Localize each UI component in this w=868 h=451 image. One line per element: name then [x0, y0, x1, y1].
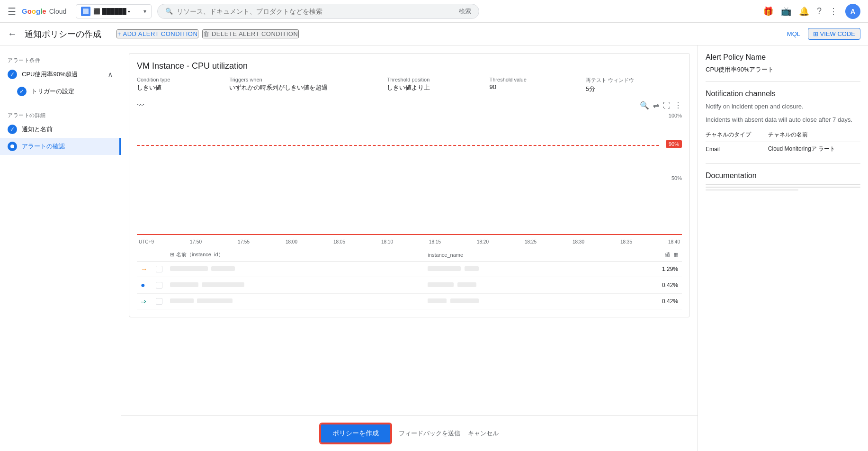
gift-icon[interactable]: 🎁: [763, 6, 773, 17]
notification-channels-title: Notification channels: [706, 90, 860, 98]
timeline-label-1825: 18:25: [525, 239, 537, 244]
row1-checkbox-cell: [152, 262, 166, 277]
chart-section: VM Instance - CPU utilization Condition …: [129, 53, 690, 317]
meta-retest-window-label: 再テスト ウィンドウ: [586, 77, 682, 84]
view-code-button[interactable]: ⊞ VIEW CODE: [808, 28, 860, 40]
row1-name-blur: [170, 266, 208, 271]
avatar[interactable]: A: [845, 4, 860, 19]
chart-line-icon[interactable]: 〰: [137, 101, 144, 110]
row1-checkbox[interactable]: [156, 266, 162, 272]
chart-container: 100% 90% 50% UTC+9 17:50 17:55 18:00 18:…: [137, 112, 682, 244]
row3-arrow: ⇒: [137, 294, 152, 309]
notif-table-row: Email Cloud Monitoringア ラート: [706, 142, 860, 156]
meta-threshold-value-label: Threshold value: [490, 77, 574, 82]
doc-line-2: [706, 187, 860, 188]
meta-retest-window-value: 5分: [586, 85, 682, 93]
logo-cloud-text: Cloud: [49, 8, 67, 15]
meta-threshold-position: Threshold position しきい値より上: [387, 77, 478, 92]
help-icon[interactable]: ?: [817, 6, 822, 16]
sidebar-item-notification[interactable]: ✓ 通知と名前: [0, 121, 121, 138]
more-options-icon[interactable]: ⋮: [829, 6, 838, 17]
row3-name-blur: [170, 298, 194, 303]
sidebar-item-cpu-label: CPU使用率90%超過: [22, 70, 78, 79]
chart-more-icon[interactable]: ⋮: [674, 101, 682, 110]
hamburger-menu[interactable]: ☰: [8, 6, 16, 17]
search-button[interactable]: 検索: [459, 7, 471, 16]
row2-checkbox-cell: [152, 277, 166, 294]
notif-email-channel: Cloud Monitoringア ラート: [768, 142, 860, 156]
top-navigation: ☰ Google Cloud ⬛ ██████ ▪ ▾ 🔍 検索 🎁 📺 🔔 ?…: [0, 0, 868, 23]
table-row: → 1.29%: [137, 262, 682, 277]
sidebar-sub-item-trigger[interactable]: ✓ トリガーの設定: [0, 83, 121, 100]
cancel-link[interactable]: キャンセル: [468, 429, 499, 438]
table-row: ● 0.42%: [137, 277, 682, 294]
row2-checkbox[interactable]: [156, 282, 162, 289]
meta-triggers-when: Triggers when いずれかの時系列がしきい値を超過: [229, 77, 376, 92]
doc-line-1: [706, 184, 860, 185]
timeline-line: [137, 234, 682, 235]
meta-retest-window: 再テスト ウィンドウ 5分: [586, 77, 682, 93]
meta-threshold-position-value: しきい値より上: [387, 83, 478, 92]
sub-header: ← 通知ポリシーの作成 + ADD ALERT CONDITION 🗑 DELE…: [0, 23, 868, 45]
sidebar-item-alert-review[interactable]: アラートの確認: [0, 138, 121, 155]
timeline-label-1840: 18:40: [668, 239, 680, 244]
alert-policy-name-title: Alert Policy Name: [706, 53, 860, 62]
content-area: VM Instance - CPU utilization Condition …: [121, 45, 698, 451]
chart-layers-icon[interactable]: ⇌: [653, 101, 659, 110]
row2-inst-blur2: [457, 282, 476, 287]
orange-arrow-icon: →: [141, 265, 147, 273]
col-header-instance-name: instance_name: [424, 248, 607, 262]
bar-chart-icon[interactable]: ▦: [673, 252, 678, 257]
col-header-checkbox: [152, 248, 166, 262]
timeline-container: UTC+9 17:50 17:55 18:00 18:05 18:10 18:1…: [137, 226, 682, 244]
feedback-link[interactable]: フィードバックを送信: [399, 429, 460, 438]
chart-search-icon[interactable]: 🔍: [640, 101, 649, 110]
row1-arrow: →: [137, 262, 152, 277]
notification-icon[interactable]: 🔔: [799, 6, 809, 17]
row3-inst-blur2: [450, 298, 479, 303]
timeline-label-utc: UTC+9: [139, 239, 154, 244]
monitor-icon[interactable]: 📺: [781, 6, 791, 17]
chart-toolbar-left: 〰: [137, 101, 144, 110]
timeline-labels: UTC+9 17:50 17:55 18:00 18:05 18:10 18:1…: [137, 239, 682, 244]
meta-condition-type-value: しきい値: [137, 83, 218, 92]
row1-inst-blur2: [465, 266, 479, 271]
chart-table: ⊞名前（instance_id） instance_name 値 ▦ →: [137, 248, 682, 309]
search-input[interactable]: [177, 8, 455, 15]
create-policy-button[interactable]: ポリシーを作成: [320, 424, 391, 443]
timeline-label-1820: 18:20: [477, 239, 489, 244]
sidebar: アラート条件 ✓ CPU使用率90%超過 ∧ ✓ トリガーの設定 アラートの詳細…: [0, 45, 121, 451]
right-panel-divider-1: [706, 81, 860, 82]
sidebar-item-cpu[interactable]: ✓ CPU使用率90%超過 ∧: [0, 66, 121, 83]
delete-alert-condition-button[interactable]: 🗑 DELETE ALERT CONDITION: [202, 29, 299, 38]
notif-table-col-name: チャネルの名前: [768, 128, 860, 142]
chart-fullscreen-icon[interactable]: ⛶: [663, 101, 671, 110]
right-panel-divider-2: [706, 163, 860, 164]
row2-name-blur: [170, 282, 198, 287]
meta-threshold-position-label: Threshold position: [387, 77, 478, 82]
add-alert-condition-button[interactable]: + ADD ALERT CONDITION: [116, 29, 198, 38]
col-header-type: [137, 248, 152, 262]
dot-inner: [10, 144, 14, 148]
row3-name: [166, 294, 424, 309]
check-icon: ✓: [8, 70, 17, 79]
back-button[interactable]: ←: [8, 28, 17, 39]
sidebar-alert-review-label: アラートの確認: [22, 142, 65, 151]
sidebar-notification-label: 通知と名前: [22, 125, 53, 134]
row2-name-blur2: [202, 282, 244, 287]
row3-checkbox[interactable]: [156, 298, 162, 305]
row2-arrow: ●: [137, 277, 152, 294]
project-selector[interactable]: ⬛ ██████ ▪ ▾: [76, 4, 152, 18]
col-header-instance-id: ⊞名前（instance_id）: [166, 248, 424, 262]
sidebar-alert-conditions-title: アラート条件: [0, 53, 121, 66]
sub-right-actions: MQL ⊞ VIEW CODE: [787, 28, 860, 40]
meta-threshold-value-value: 90: [490, 83, 574, 90]
notif-desc2: Incidents with absent data will auto clo…: [706, 115, 860, 125]
meta-triggers-when-value: いずれかの時系列がしきい値を超過: [229, 83, 376, 92]
notification-channels-table: チャネルのタイプ チャネルの名前 Email Cloud Monitoringア…: [706, 128, 860, 156]
row1-value: 1.29%: [608, 262, 682, 277]
mql-link[interactable]: MQL: [787, 30, 800, 37]
dropdown-arrow-icon: ▾: [143, 8, 146, 15]
google-cloud-logo: Google Cloud: [22, 7, 66, 15]
notif-table-col-type: チャネルのタイプ: [706, 128, 768, 142]
